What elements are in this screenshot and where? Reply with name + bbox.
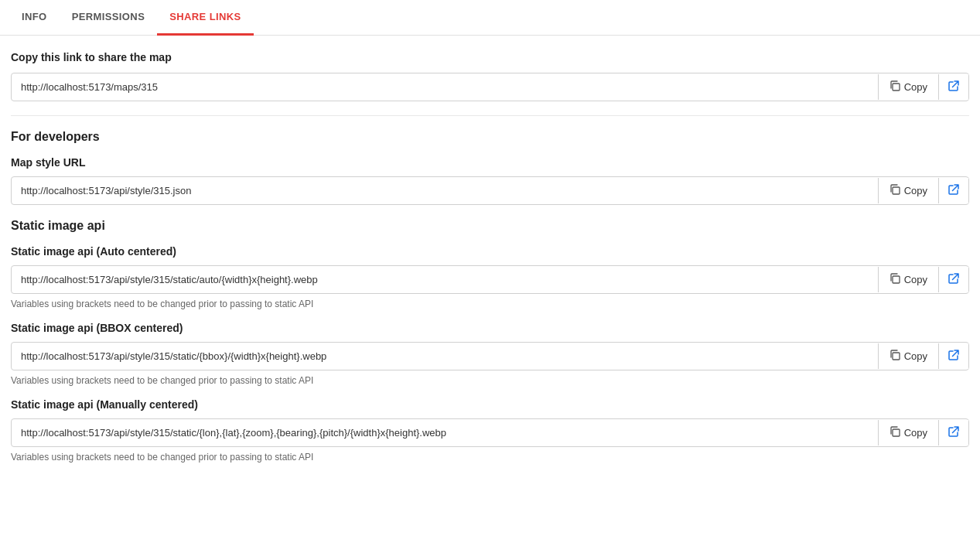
- auto-centered-helper: Variables using brackets need to be chan…: [11, 299, 969, 309]
- manually-centered-url-actions: Copy: [878, 420, 968, 446]
- copy-icon-2: [890, 184, 900, 197]
- auto-centered-title: Static image api (Auto centered): [11, 245, 969, 258]
- bbox-centered-url-row: http://localhost:5173/api/style/315/stat…: [11, 342, 969, 370]
- share-url-row: http://localhost:5173/maps/315 Copy: [11, 73, 969, 101]
- tab-permissions[interactable]: PERMISSIONS: [60, 0, 158, 36]
- auto-centered-url-actions: Copy: [878, 267, 968, 292]
- manually-centered-url-text: http://localhost:5173/api/style/315/stat…: [12, 419, 878, 446]
- tab-share-links[interactable]: SHARE LINKS: [157, 0, 253, 36]
- manually-centered-url-row: http://localhost:5173/api/style/315/stat…: [11, 418, 969, 447]
- share-open-button[interactable]: [939, 74, 968, 100]
- bbox-centered-copy-button[interactable]: Copy: [879, 343, 939, 369]
- copy-icon-3: [890, 273, 900, 286]
- content-area: Copy this link to share the map http://l…: [0, 36, 980, 489]
- divider-1: [11, 115, 969, 116]
- auto-centered-copy-button[interactable]: Copy: [879, 267, 939, 292]
- developers-header: For developers: [11, 130, 969, 144]
- svg-rect-1: [893, 187, 900, 194]
- external-link-icon-4: [948, 350, 959, 363]
- manually-centered-open-button[interactable]: [939, 420, 968, 446]
- bbox-centered-helper: Variables using brackets need to be chan…: [11, 375, 969, 386]
- svg-rect-0: [893, 84, 900, 90]
- tab-bar: INFO PERMISSIONS SHARE LINKS: [0, 0, 980, 36]
- auto-centered-url-text: http://localhost:5173/api/style/315/stat…: [12, 266, 878, 293]
- external-link-icon-2: [948, 184, 959, 197]
- auto-centered-url-row: http://localhost:5173/api/style/315/stat…: [11, 265, 969, 294]
- map-style-title: Map style URL: [11, 156, 969, 169]
- static-image-header: Static image api: [11, 219, 969, 233]
- map-style-open-button[interactable]: [939, 178, 968, 203]
- bbox-centered-url-actions: Copy: [878, 343, 968, 369]
- share-section-title: Copy this link to share the map: [11, 51, 969, 63]
- external-link-icon-3: [948, 273, 959, 286]
- share-copy-label: Copy: [904, 81, 927, 93]
- share-url-actions: Copy: [878, 74, 968, 100]
- auto-centered-open-button[interactable]: [939, 267, 968, 292]
- tab-info[interactable]: INFO: [9, 0, 60, 36]
- manually-centered-copy-button[interactable]: Copy: [879, 420, 939, 446]
- share-copy-button[interactable]: Copy: [879, 74, 939, 100]
- map-style-url-text: http://localhost:5173/api/style/315.json: [12, 177, 878, 204]
- map-style-url-actions: Copy: [878, 178, 968, 203]
- manually-centered-title: Static image api (Manually centered): [11, 398, 969, 411]
- bbox-centered-copy-label: Copy: [904, 350, 927, 362]
- manually-centered-copy-label: Copy: [904, 427, 927, 439]
- svg-rect-4: [893, 429, 900, 436]
- copy-icon-5: [890, 426, 900, 439]
- main-container: INFO PERMISSIONS SHARE LINKS Copy this l…: [0, 0, 980, 536]
- svg-rect-2: [893, 276, 900, 283]
- auto-centered-copy-label: Copy: [904, 274, 927, 285]
- svg-rect-3: [893, 353, 900, 360]
- bbox-centered-open-button[interactable]: [939, 343, 968, 369]
- bbox-centered-title: Static image api (BBOX centered): [11, 322, 969, 334]
- external-link-icon-5: [948, 426, 959, 439]
- map-style-url-row: http://localhost:5173/api/style/315.json…: [11, 176, 969, 205]
- map-style-copy-button[interactable]: Copy: [879, 178, 939, 203]
- share-url-text: http://localhost:5173/maps/315: [12, 73, 878, 101]
- copy-icon-4: [890, 350, 900, 363]
- manually-centered-helper: Variables using brackets need to be chan…: [11, 452, 969, 463]
- copy-icon: [890, 80, 900, 94]
- bbox-centered-url-text: http://localhost:5173/api/style/315/stat…: [12, 343, 878, 370]
- external-link-icon: [948, 80, 959, 94]
- map-style-copy-label: Copy: [904, 185, 927, 196]
